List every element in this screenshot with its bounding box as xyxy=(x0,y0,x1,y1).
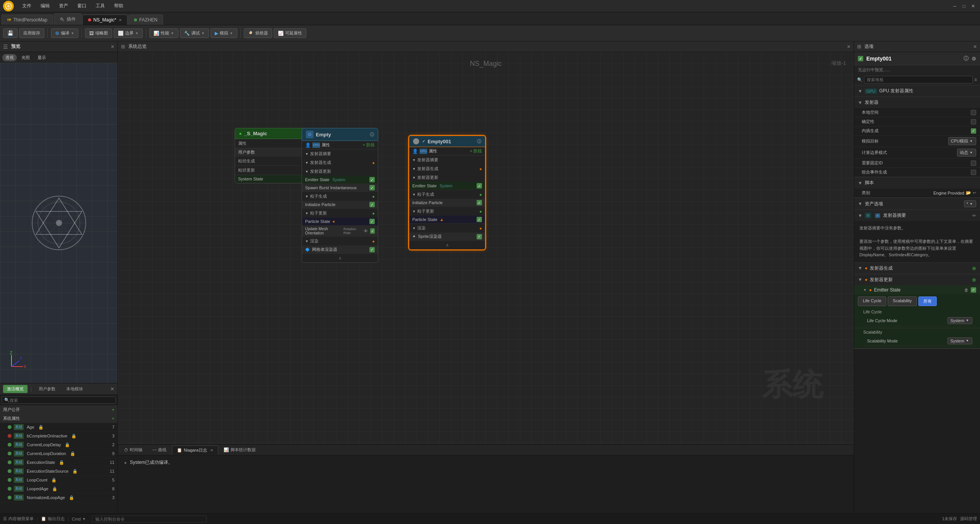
preview-viewport[interactable]: X Z Y xyxy=(0,63,118,383)
right-determinism-check[interactable] xyxy=(971,119,976,124)
menu-tools[interactable]: 工具 xyxy=(92,1,109,11)
compile-button[interactable]: ⚙ 编译 ▼ xyxy=(51,28,78,38)
node-empty001-expand[interactable]: ∧ xyxy=(409,241,485,249)
system-overview-close[interactable]: ✕ xyxy=(847,44,851,49)
right-scalability-mode-dropdown[interactable]: System ▼ xyxy=(947,337,972,344)
right-fixed-id-check[interactable] xyxy=(971,160,976,166)
params-close-icon[interactable]: ✕ xyxy=(110,386,114,392)
params-tab-overview[interactable]: 激活概览 xyxy=(3,385,28,393)
status-unsaved[interactable]: 1未保存 xyxy=(942,516,957,522)
node-empty001-add-section[interactable]: + 阶段 xyxy=(470,148,482,154)
simulate-dropdown-icon[interactable]: ▼ xyxy=(230,31,233,35)
params-user-section[interactable]: 用户公开 + xyxy=(0,405,118,414)
right-emitter-header[interactable]: ▼ 发射器 xyxy=(854,97,980,108)
debug-dropdown-icon[interactable]: ▼ xyxy=(201,31,205,35)
right-bounds-mode-dropdown[interactable]: 动态 ▼ xyxy=(957,149,976,157)
maximize-button[interactable]: □ xyxy=(960,2,968,10)
bottom-tab-niagara-log[interactable]: 📋 Niagara日志 ✕ xyxy=(172,445,218,455)
node-empty-expand[interactable]: ∧ xyxy=(302,254,378,262)
apply-save-button[interactable]: 应用留存 xyxy=(19,28,44,38)
params-search-input[interactable] xyxy=(10,398,113,403)
menu-help[interactable]: 帮助 xyxy=(110,1,127,11)
params-tab-user[interactable]: 用户参数 xyxy=(35,385,59,393)
right-emitter-state-enable[interactable]: ✓ xyxy=(971,287,976,293)
node-empty-info[interactable]: ⓘ xyxy=(370,132,374,138)
status-output-log[interactable]: 📋 输出日志 xyxy=(41,516,65,522)
log-tab-close[interactable]: ✕ xyxy=(210,448,213,452)
right-emitter-settings-icon[interactable]: ⚙ xyxy=(972,56,976,62)
tab-fazhen[interactable]: FAZHEN xyxy=(128,15,163,25)
preview-panel-close[interactable]: ✕ xyxy=(111,44,114,49)
right-panel-close[interactable]: ✕ xyxy=(973,44,977,49)
node-graph[interactable]: NS_Magic 缩放-1 系统 ● _S_Magic 属性 xyxy=(118,52,854,444)
right-emitter-enable-check[interactable]: ✓ xyxy=(858,56,863,61)
bottom-tab-curve[interactable]: 〰 曲线 xyxy=(148,445,171,454)
right-sim-target-dropdown[interactable]: CPU模拟 ▼ xyxy=(948,137,976,145)
right-local-space-check[interactable] xyxy=(971,110,976,115)
minimize-button[interactable]: ─ xyxy=(951,2,959,10)
user-section-add-icon[interactable]: + xyxy=(112,407,114,413)
node-s-magic-update-header[interactable]: 粒径更新 ● xyxy=(235,166,311,175)
node-empty-particle-spawn-header[interactable]: ▼ 粒子生成 ● xyxy=(302,192,378,201)
node-empty001-particle-spawn-header[interactable]: ▼ 粒子生成 ● xyxy=(409,190,485,199)
right-summary-section-header[interactable]: ▼ ⊞ ≡ 发射器摘要 ✏ xyxy=(854,210,980,221)
tab-ns-close[interactable]: ✕ xyxy=(119,18,122,22)
right-scalability-tab[interactable]: Scalability xyxy=(888,296,917,306)
right-emitter-info-icon[interactable]: ⓘ xyxy=(964,55,969,62)
console-input[interactable] xyxy=(92,516,207,522)
right-summary-edit-icon[interactable]: ✏ xyxy=(972,213,976,218)
preview-perspective-btn[interactable]: 透视 xyxy=(2,54,17,61)
node-s-magic-attr-header[interactable]: 属性 xyxy=(235,139,311,148)
right-search-input[interactable] xyxy=(864,76,973,84)
close-button[interactable]: ✕ xyxy=(969,2,977,10)
node-empty-mesh-orient-eye[interactable]: 👁 xyxy=(364,229,368,233)
border-button[interactable]: ⬜ 边界 ▼ xyxy=(114,28,143,38)
menu-edit[interactable]: 编辑 xyxy=(37,1,54,11)
tab-ns-magic[interactable]: NS_Magic* ✕ xyxy=(82,15,127,25)
border-dropdown-icon[interactable]: ▼ xyxy=(135,31,139,35)
preview-menu-icon[interactable]: ☰ xyxy=(3,44,8,50)
node-empty-render-header[interactable]: ▼ 渲染 ● xyxy=(302,237,378,246)
right-lifecycle-tab[interactable]: Life Cycle xyxy=(858,296,886,306)
right-emitter-state-header[interactable]: ▼ ● Emitter State 🗑 ✓ xyxy=(854,285,980,295)
status-content-menu[interactable]: ☰ 内容侧滑菜单 xyxy=(3,516,34,522)
right-emitter-spawn-add[interactable]: ⊕ xyxy=(972,265,976,271)
simulate-button[interactable]: ▶ 模拟 ▼ xyxy=(211,28,237,38)
save-button[interactable]: 💾 xyxy=(3,28,18,38)
tab-thirdpersonmap[interactable]: 🗺 ThirdPersonMap xyxy=(2,15,53,25)
right-emitter-state-delete[interactable]: 🗑 xyxy=(964,288,969,292)
right-all-tab[interactable]: 所有 xyxy=(918,296,937,306)
perf-button[interactable]: 📊 性能 ▼ xyxy=(149,28,178,38)
right-category-reset-icon[interactable]: ↩ xyxy=(973,190,976,195)
preview-show-btn[interactable]: 显示 xyxy=(34,54,49,61)
right-interp-gen-check[interactable]: ✓ xyxy=(971,128,976,134)
node-empty001-spawn-header[interactable]: ▼ 发射器生成 ● xyxy=(409,164,485,173)
right-lifecycle-mode-dropdown[interactable]: System ▼ xyxy=(947,317,972,324)
node-empty-spawn-header[interactable]: ▼ 发射器生成 ● xyxy=(302,158,378,167)
node-empty001-particle-update-header[interactable]: ▼ 粒子更新 ● xyxy=(409,207,485,216)
right-emitter-spawn-header[interactable]: ▼ ● 发射器生成 ⊕ xyxy=(854,263,980,274)
right-emitter-update-header[interactable]: ▼ ● 发射器更新 ⊕ xyxy=(854,274,980,285)
node-empty001-update-header[interactable]: ▼ 发射器更新 xyxy=(409,173,485,182)
right-emitter-attr-header[interactable]: ▼ GPU GPU 发射器属性 xyxy=(854,85,980,97)
preview-lighting-btn[interactable]: 光照 xyxy=(18,54,33,61)
right-asset-header[interactable]: ▼ 资产选项 * ▼ xyxy=(854,198,980,210)
right-search-filter-icon[interactable]: ≡ xyxy=(974,77,977,82)
system-section-add-icon[interactable]: + xyxy=(112,416,114,421)
menu-file[interactable]: 文件 xyxy=(18,1,35,11)
node-empty-particle-update-header[interactable]: ▼ 粒子更新 ● xyxy=(302,209,378,218)
bottom-tab-stats[interactable]: 📊 脚本统计数据 xyxy=(219,445,260,454)
node-empty001-render-header[interactable]: ▼ 渲染 ● xyxy=(409,224,485,233)
node-empty001-summary-header[interactable]: ▼ 发射器摘要 xyxy=(409,156,485,164)
app-logo[interactable] xyxy=(3,1,14,11)
params-tab-local[interactable]: 本地模块 xyxy=(62,385,87,393)
node-empty-summary-header[interactable]: ▼ 发射器摘要 xyxy=(302,149,378,158)
node-empty-add-section[interactable]: + 阶段 xyxy=(363,142,375,148)
tab-plugin[interactable]: 🔌 插件 xyxy=(54,13,82,25)
thumbnail-button[interactable]: 🖼 缩略图 xyxy=(85,28,112,38)
right-combined-event-check[interactable] xyxy=(971,170,976,175)
node-empty001-info[interactable]: ⓘ xyxy=(477,139,481,144)
right-category-browse-icon[interactable]: 📂 xyxy=(966,190,971,195)
status-source-control[interactable]: 源码管理 xyxy=(960,516,977,522)
right-script-header[interactable]: ▼ 脚本 xyxy=(854,177,980,188)
